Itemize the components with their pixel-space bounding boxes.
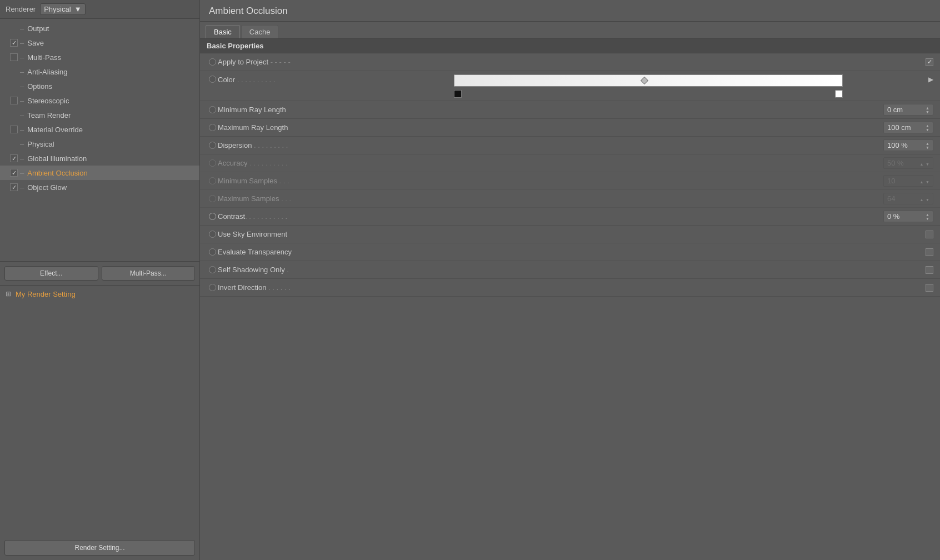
renderer-dropdown[interactable]: Physical ▼ xyxy=(40,3,85,15)
check-stereoscopic[interactable] xyxy=(10,97,18,104)
sidebar-item-stereoscopic[interactable]: – Stereoscopic xyxy=(0,93,199,108)
prop-value-min-samples: 10 ▲ ▼ xyxy=(883,175,933,187)
radio-min-samples[interactable] xyxy=(207,177,218,184)
check-col-ambient-occlusion xyxy=(8,169,20,177)
check-use-sky-environment[interactable] xyxy=(926,231,933,238)
check-object-glow[interactable] xyxy=(10,183,18,191)
spin-down-max-ray[interactable]: ▼ xyxy=(926,128,929,132)
check-col-multi-pass xyxy=(8,53,20,61)
radio-max-ray-length[interactable] xyxy=(207,124,218,131)
sidebar-buttons: Effect... Multi-Pass... xyxy=(0,261,199,285)
sidebar-item-options[interactable]: – Options xyxy=(0,79,199,93)
color-swatch-white[interactable] xyxy=(835,90,843,98)
tab-cache[interactable]: Cache xyxy=(241,25,279,38)
radio-btn-apply-to-project[interactable] xyxy=(209,58,216,66)
prop-value-contrast: 0 % ▲ ▼ xyxy=(883,211,933,222)
spin-up-contrast[interactable]: ▲ xyxy=(926,213,929,217)
spin-down-dispersion[interactable]: ▼ xyxy=(926,146,929,149)
sidebar-item-anti-aliasing[interactable]: – Anti-Aliasing xyxy=(0,64,199,79)
sidebar-item-object-glow[interactable]: – Object Glow xyxy=(0,180,199,194)
check-self-shadowing-only[interactable] xyxy=(926,266,933,274)
check-ambient-occlusion[interactable] xyxy=(10,169,18,177)
radio-btn-dispersion[interactable] xyxy=(209,142,216,149)
diamond-handle xyxy=(641,77,648,84)
sidebar-item-global-illumination[interactable]: – Global Illumination xyxy=(0,151,199,166)
radio-self-shadowing-only[interactable] xyxy=(207,266,218,273)
prop-label-accuracy: Accuracy . . . . . . . . . . xyxy=(218,159,883,167)
spin-down-min-ray[interactable]: ▼ xyxy=(926,110,929,114)
prop-label-min-samples: Minimum Samples . . . xyxy=(218,177,883,185)
render-setting-bar: ⊞ My Render Setting xyxy=(0,285,199,303)
spin-up-dispersion[interactable]: ▲ xyxy=(926,142,929,146)
radio-dispersion[interactable] xyxy=(207,142,218,149)
app-container: Renderer Physical ▼ – Output xyxy=(0,0,940,560)
multi-pass-button[interactable]: Multi-Pass... xyxy=(102,266,196,281)
prop-label-contrast: Contrast. . . . . . . . . . . xyxy=(218,212,883,221)
number-input-dispersion[interactable]: 100 % ▲ ▼ xyxy=(883,139,933,151)
number-input-contrast[interactable]: 0 % ▲ ▼ xyxy=(883,211,933,222)
radio-btn-invert-direction[interactable] xyxy=(209,284,216,291)
sidebar-item-output[interactable]: – Output xyxy=(0,21,199,36)
number-value-max-samples: 64 xyxy=(887,194,895,203)
sidebar-item-physical[interactable]: – Physical xyxy=(0,137,199,151)
radio-color[interactable] xyxy=(207,74,218,83)
radio-evaluate-transparency[interactable] xyxy=(207,248,218,256)
radio-apply-to-project[interactable] xyxy=(207,58,218,66)
prop-label-invert-direction: Invert Direction . . . . . . xyxy=(218,283,926,292)
property-row-evaluate-transparency: Evaluate Transparency xyxy=(200,243,940,261)
radio-use-sky-environment[interactable] xyxy=(207,231,218,238)
sidebar-item-material-override[interactable]: – Material Override xyxy=(0,122,199,137)
tab-basic[interactable]: Basic xyxy=(206,25,240,38)
prop-label-color: Color . . . . . . . . . . xyxy=(218,74,454,84)
radio-btn-evaluate-transparency[interactable] xyxy=(209,248,216,256)
spin-up-max-ray[interactable]: ▲ xyxy=(926,124,929,128)
radio-contrast[interactable] xyxy=(207,213,218,220)
sidebar-item-label-multi-pass: Multi-Pass xyxy=(27,53,61,62)
section-header: Basic Properties xyxy=(200,39,940,53)
radio-min-ray-length[interactable] xyxy=(207,106,218,113)
prop-value-accuracy: 50 % ▲ ▼ xyxy=(883,157,933,169)
sidebar-item-team-render[interactable]: – Team Render xyxy=(0,108,199,122)
spin-arrows-min-ray: ▲ ▼ xyxy=(926,106,929,114)
sidebar-item-save[interactable]: – Save xyxy=(0,36,199,50)
sidebar-item-ambient-occlusion[interactable]: – Ambient Occlusion xyxy=(0,166,199,180)
number-input-accuracy: 50 % ▲ ▼ xyxy=(883,157,933,169)
effect-button[interactable]: Effect... xyxy=(4,266,98,281)
radio-btn-self-shadowing-only[interactable] xyxy=(209,266,216,273)
number-input-min-ray-length[interactable]: 0 cm ▲ ▼ xyxy=(883,104,933,116)
spin-up-min-ray[interactable]: ▲ xyxy=(926,106,929,110)
check-invert-direction[interactable] xyxy=(926,284,933,292)
radio-invert-direction[interactable] xyxy=(207,284,218,291)
color-swatch-black[interactable] xyxy=(454,90,462,98)
color-expand-arrow[interactable]: ▶ xyxy=(928,76,933,83)
spin-up-max-samples: ▲ xyxy=(920,198,924,202)
radio-max-samples[interactable] xyxy=(207,195,218,202)
check-evaluate-transparency[interactable] xyxy=(926,248,933,256)
check-global-illumination[interactable] xyxy=(10,154,18,162)
sidebar-item-multi-pass[interactable]: – Multi-Pass xyxy=(0,50,199,64)
render-setting-button[interactable]: Render Setting... xyxy=(4,540,195,556)
radio-btn-use-sky-environment[interactable] xyxy=(209,231,216,238)
check-apply-to-project[interactable] xyxy=(926,58,933,66)
spin-down-min-samples: ▼ xyxy=(926,180,929,184)
check-save[interactable] xyxy=(10,39,18,47)
check-multi-pass[interactable] xyxy=(10,53,18,61)
number-input-max-ray-length[interactable]: 100 cm ▲ ▼ xyxy=(883,122,933,133)
color-gradient-bar[interactable] xyxy=(454,74,843,87)
prop-value-dispersion: 100 % ▲ ▼ xyxy=(883,139,933,151)
radio-btn-max-ray-length[interactable] xyxy=(209,124,216,131)
prop-label-evaluate-transparency: Evaluate Transparency xyxy=(218,248,926,256)
spin-down-contrast[interactable]: ▼ xyxy=(926,217,929,221)
check-material-override[interactable] xyxy=(10,126,18,133)
radio-btn-color[interactable] xyxy=(209,76,216,83)
radio-btn-min-samples[interactable] xyxy=(209,177,216,184)
spin-arrows-min-samples: ▲ ▼ xyxy=(920,177,930,185)
radio-accuracy[interactable] xyxy=(207,159,218,167)
radio-btn-min-ray-length[interactable] xyxy=(209,106,216,113)
radio-btn-contrast[interactable] xyxy=(209,213,216,220)
renderer-header: Renderer Physical ▼ xyxy=(0,0,199,19)
radio-btn-accuracy[interactable] xyxy=(209,159,216,167)
radio-btn-max-samples[interactable] xyxy=(209,195,216,202)
check-col-stereoscopic xyxy=(8,97,20,104)
nav-list: – Output – Save – Multi- xyxy=(0,19,199,261)
